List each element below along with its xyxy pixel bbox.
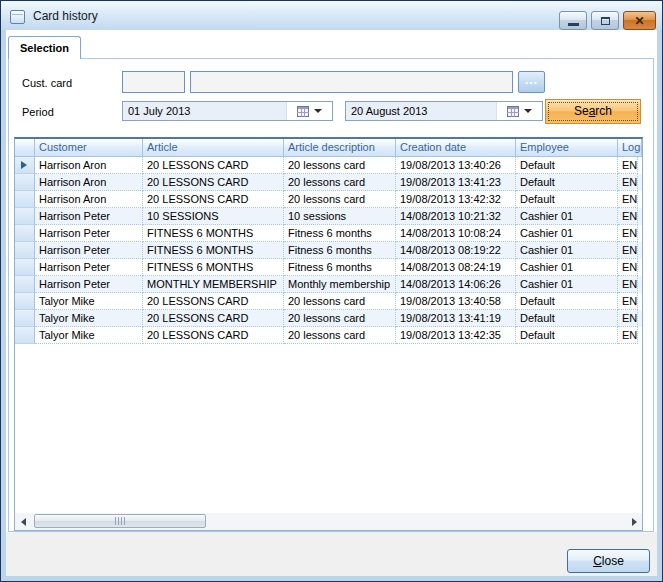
- cell-article[interactable]: FITNESS 6 MONTHS: [143, 259, 284, 276]
- cell-employee[interactable]: Default: [516, 191, 618, 208]
- cell-employee[interactable]: Default: [516, 293, 618, 310]
- table-row[interactable]: Harrison Aron 20 LESSONS CARD 20 lessons…: [15, 174, 642, 191]
- cust-card-code-input[interactable]: [122, 71, 185, 93]
- row-selector-cell[interactable]: [15, 276, 35, 293]
- cell-article-description[interactable]: 20 lessons card: [284, 157, 396, 174]
- row-selector-cell[interactable]: [15, 259, 35, 276]
- table-row[interactable]: Harrison Peter MONTHLY MEMBERSHIP Monthl…: [15, 276, 642, 293]
- cell-login[interactable]: EN: [618, 310, 638, 327]
- cust-card-browse-button[interactable]: ...: [518, 71, 545, 93]
- scrollbar-thumb[interactable]: [34, 514, 206, 528]
- cell-login[interactable]: EN: [618, 208, 638, 225]
- cell-employee[interactable]: Cashier 01: [516, 276, 618, 293]
- search-button[interactable]: Search: [545, 99, 641, 124]
- cell-creation-date[interactable]: 19/08/2013 13:42:35: [396, 327, 516, 344]
- cell-creation-date[interactable]: 19/08/2013 13:40:58: [396, 293, 516, 310]
- minimize-button[interactable]: [559, 11, 587, 30]
- window-icon[interactable]: [10, 10, 25, 24]
- row-selector-cell[interactable]: [15, 225, 35, 242]
- close-button[interactable]: Close: [567, 549, 650, 573]
- cell-article-description[interactable]: Fitness 6 months: [284, 259, 396, 276]
- row-selector-cell[interactable]: [15, 242, 35, 259]
- table-row[interactable]: Harrison Aron 20 LESSONS CARD 20 lessons…: [15, 157, 642, 174]
- cell-creation-date[interactable]: 14/08/2013 08:24:19: [396, 259, 516, 276]
- cell-article[interactable]: FITNESS 6 MONTHS: [143, 225, 284, 242]
- cell-customer[interactable]: Talyor Mike: [35, 310, 143, 327]
- date-from-picker[interactable]: 01 July 2013: [122, 101, 333, 121]
- cell-login[interactable]: EN: [618, 293, 638, 310]
- cell-customer[interactable]: Harrison Peter: [35, 259, 143, 276]
- tab-selection[interactable]: Selection: [8, 36, 81, 59]
- cell-employee[interactable]: Default: [516, 174, 618, 191]
- cell-customer[interactable]: Harrison Aron: [35, 174, 143, 191]
- cell-login[interactable]: EN: [618, 225, 638, 242]
- titlebar[interactable]: Card history ✕: [1, 1, 662, 30]
- column-header-article-description[interactable]: Article description: [284, 139, 396, 157]
- date-from-value[interactable]: 01 July 2013: [123, 102, 286, 120]
- cell-creation-date[interactable]: 19/08/2013 13:41:23: [396, 174, 516, 191]
- cell-article-description[interactable]: 10 sessions: [284, 208, 396, 225]
- scroll-right-button[interactable]: [626, 514, 642, 529]
- table-row[interactable]: Harrison Aron 20 LESSONS CARD 20 lessons…: [15, 191, 642, 208]
- column-header-employee[interactable]: Employee: [516, 139, 618, 157]
- cell-article[interactable]: 20 LESSONS CARD: [143, 293, 284, 310]
- column-header-article[interactable]: Article: [143, 139, 284, 157]
- cell-creation-date[interactable]: 14/08/2013 08:19:22: [396, 242, 516, 259]
- cell-employee[interactable]: Default: [516, 310, 618, 327]
- date-from-dropdown-button[interactable]: [286, 102, 332, 120]
- cell-login[interactable]: EN: [618, 242, 638, 259]
- table-row[interactable]: Talyor Mike 20 LESSONS CARD 20 lessons c…: [15, 327, 642, 344]
- cell-login[interactable]: EN: [618, 259, 638, 276]
- cell-employee[interactable]: Default: [516, 157, 618, 174]
- cell-article[interactable]: 20 LESSONS CARD: [143, 191, 284, 208]
- row-selector-cell[interactable]: [15, 310, 35, 327]
- close-window-button[interactable]: ✕: [623, 11, 656, 30]
- cell-article[interactable]: MONTHLY MEMBERSHIP: [143, 276, 284, 293]
- cell-employee[interactable]: Cashier 01: [516, 208, 618, 225]
- cell-article[interactable]: 10 SESSIONS: [143, 208, 284, 225]
- cell-article-description[interactable]: 20 lessons card: [284, 191, 396, 208]
- row-selector-cell[interactable]: [15, 191, 35, 208]
- cell-login[interactable]: EN: [618, 191, 638, 208]
- cell-creation-date[interactable]: 19/08/2013 13:41:19: [396, 310, 516, 327]
- table-row[interactable]: Talyor Mike 20 LESSONS CARD 20 lessons c…: [15, 293, 642, 310]
- column-header-customer[interactable]: Customer: [35, 139, 143, 157]
- cell-article[interactable]: 20 LESSONS CARD: [143, 174, 284, 191]
- cell-employee[interactable]: Default: [516, 327, 618, 344]
- column-header-login[interactable]: Login: [618, 139, 642, 157]
- cell-article-description[interactable]: 20 lessons card: [284, 174, 396, 191]
- cell-creation-date[interactable]: 14/08/2013 14:06:26: [396, 276, 516, 293]
- cell-customer[interactable]: Talyor Mike: [35, 293, 143, 310]
- date-to-picker[interactable]: 20 August 2013: [345, 101, 543, 121]
- cell-login[interactable]: EN: [618, 157, 638, 174]
- cell-login[interactable]: EN: [618, 327, 638, 344]
- table-row[interactable]: Talyor Mike 20 LESSONS CARD 20 lessons c…: [15, 310, 642, 327]
- horizontal-scrollbar[interactable]: [15, 513, 642, 530]
- cell-article[interactable]: FITNESS 6 MONTHS: [143, 242, 284, 259]
- cell-creation-date[interactable]: 19/08/2013 13:40:26: [396, 157, 516, 174]
- row-selector-cell[interactable]: [15, 327, 35, 344]
- cell-creation-date[interactable]: 19/08/2013 13:42:32: [396, 191, 516, 208]
- cell-customer[interactable]: Harrison Peter: [35, 276, 143, 293]
- cell-article-description[interactable]: 20 lessons card: [284, 327, 396, 344]
- cell-login[interactable]: EN: [618, 276, 638, 293]
- cell-creation-date[interactable]: 14/08/2013 10:21:32: [396, 208, 516, 225]
- date-to-dropdown-button[interactable]: [496, 102, 542, 120]
- cell-article-description[interactable]: 20 lessons card: [284, 310, 396, 327]
- cell-customer[interactable]: Talyor Mike: [35, 327, 143, 344]
- cell-employee[interactable]: Cashier 01: [516, 242, 618, 259]
- cell-article-description[interactable]: Fitness 6 months: [284, 242, 396, 259]
- cell-login[interactable]: EN: [618, 174, 638, 191]
- table-row[interactable]: Harrison Peter FITNESS 6 MONTHS Fitness …: [15, 242, 642, 259]
- row-selector-cell[interactable]: [15, 208, 35, 225]
- cell-article[interactable]: 20 LESSONS CARD: [143, 157, 284, 174]
- cell-article-description[interactable]: Fitness 6 months: [284, 225, 396, 242]
- cell-article[interactable]: 20 LESSONS CARD: [143, 310, 284, 327]
- cell-article-description[interactable]: 20 lessons card: [284, 293, 396, 310]
- cust-card-name-input[interactable]: [190, 71, 513, 93]
- date-to-value[interactable]: 20 August 2013: [346, 102, 496, 120]
- row-selector-cell[interactable]: [15, 174, 35, 191]
- cell-customer[interactable]: Harrison Peter: [35, 225, 143, 242]
- cell-creation-date[interactable]: 14/08/2013 10:08:24: [396, 225, 516, 242]
- table-row[interactable]: Harrison Peter FITNESS 6 MONTHS Fitness …: [15, 225, 642, 242]
